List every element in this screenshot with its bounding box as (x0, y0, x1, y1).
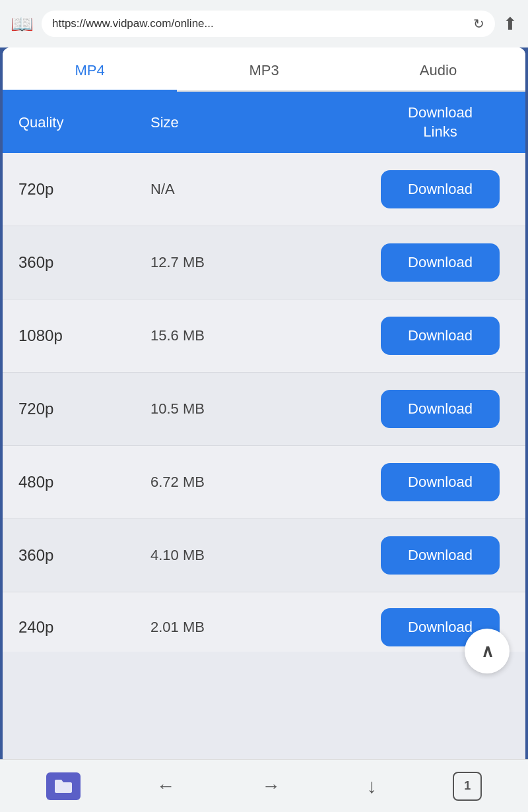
table-body: 720p N/A Download 360p 12.7 MB Download … (3, 153, 525, 759)
folder-icon[interactable] (46, 772, 81, 800)
row-download-cell: Download (371, 317, 510, 355)
header-download-links: DownloadLinks (371, 104, 510, 141)
tabs-count[interactable]: 1 (453, 772, 482, 801)
forward-button[interactable]: → (251, 770, 290, 802)
tabs-container: MP4 MP3 Audio (3, 47, 525, 92)
row-size: 4.10 MB (150, 547, 371, 564)
row-download-cell: Download (371, 463, 510, 501)
row-quality: 360p (18, 253, 150, 272)
row-size: 10.5 MB (150, 400, 371, 418)
row-quality: 240p (18, 618, 150, 637)
row-size: N/A (150, 181, 371, 198)
row-download-cell: Download (371, 390, 510, 428)
row-size: 2.01 MB (150, 619, 371, 636)
table-header: Quality Size DownloadLinks (3, 92, 525, 153)
download-button[interactable]: Download (381, 463, 500, 501)
row-download-cell: Download (371, 536, 510, 575)
row-download-cell: Download (371, 170, 510, 208)
table-row: 720p N/A Download (3, 153, 525, 226)
table-row: 1080p 15.6 MB Download (3, 299, 525, 373)
url-bar[interactable]: https://www.vidpaw.com/online... ↻ (42, 11, 495, 37)
table-row: 720p 10.5 MB Download (3, 373, 525, 446)
share-icon[interactable]: ⬆ (503, 14, 517, 34)
scroll-top-button[interactable]: ∧ (465, 629, 510, 673)
download-button[interactable]: Download (381, 170, 500, 208)
table-row-partial: 240p 2.01 MB Download (3, 592, 525, 652)
row-size: 6.72 MB (150, 474, 371, 491)
chevron-up-icon: ∧ (481, 641, 494, 662)
row-quality: 720p (18, 180, 150, 199)
header-size: Size (150, 114, 371, 131)
table-row: 360p 4.10 MB Download (3, 519, 525, 592)
header-quality: Quality (18, 114, 150, 131)
tab-mp3[interactable]: MP3 (177, 47, 351, 92)
back-button[interactable]: ← (146, 770, 185, 802)
download-button[interactable]: Download (381, 536, 500, 575)
content-area: MP4 MP3 Audio Quality Size DownloadLinks… (3, 47, 525, 759)
download-button[interactable]: Download (381, 243, 500, 282)
tab-mp4[interactable]: MP4 (3, 47, 177, 92)
row-download-cell: Download (371, 243, 510, 282)
url-text: https://www.vidpaw.com/online... (52, 17, 214, 30)
refresh-icon[interactable]: ↻ (473, 16, 484, 32)
download-button[interactable]: Download (381, 317, 500, 355)
table-row: 360p 12.7 MB Download (3, 226, 525, 299)
download-nav-button[interactable]: ↓ (356, 770, 387, 803)
row-quality: 1080p (18, 327, 150, 345)
row-quality: 360p (18, 546, 150, 565)
bottom-nav: ← → ↓ 1 (0, 759, 528, 812)
row-quality: 720p (18, 400, 150, 418)
table-row: 480p 6.72 MB Download (3, 446, 525, 519)
download-button[interactable]: Download (381, 390, 500, 428)
row-size: 12.7 MB (150, 254, 371, 271)
tab-audio[interactable]: Audio (351, 47, 525, 92)
row-quality: 480p (18, 473, 150, 491)
row-size: 15.6 MB (150, 327, 371, 344)
browser-bar: 📖 https://www.vidpaw.com/online... ↻ ⬆ (0, 0, 528, 47)
book-icon[interactable]: 📖 (11, 13, 34, 35)
